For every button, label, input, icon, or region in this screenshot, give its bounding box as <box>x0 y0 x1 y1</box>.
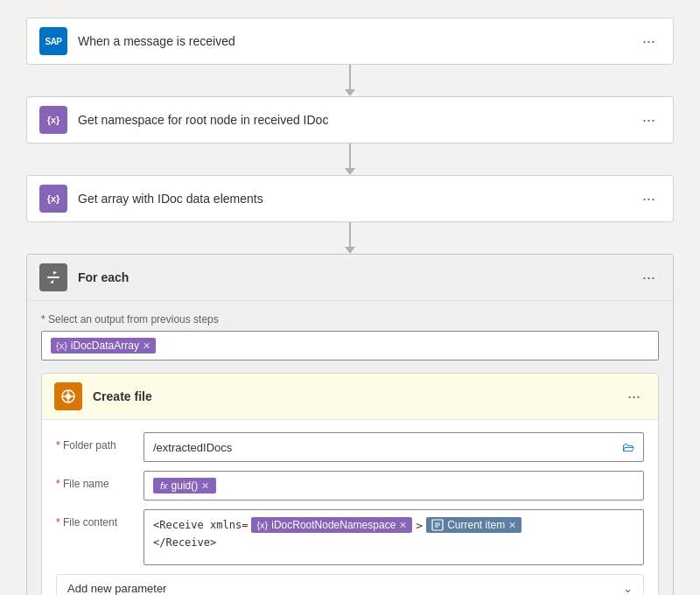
expr-tag-close[interactable]: ✕ <box>399 520 407 531</box>
add-param-label: Add new parameter <box>67 582 166 595</box>
step2-label: Get namespace for root node in received … <box>78 113 637 127</box>
file-name-label-text: File name <box>63 478 109 490</box>
file-content-label: * File content <box>56 509 135 528</box>
content-suffix: </Receive> <box>153 536 216 549</box>
content-required: * <box>56 516 60 528</box>
file-name-input[interactable]: fx guid() ✕ <box>144 471 644 500</box>
folder-path-label: * Folder path <box>56 432 135 452</box>
folder-path-input[interactable]: /extractedIDocs 🗁 <box>144 432 644 462</box>
expr-tag-namespace[interactable]: {x} iDocRootNodeNamespace ✕ <box>251 517 412 533</box>
folder-path-label-text: Folder path <box>63 439 116 452</box>
svg-point-2 <box>66 394 71 399</box>
content-arrow: > <box>416 519 423 532</box>
expr-icon-3: {x} <box>39 185 67 213</box>
folder-path-value: /extractedIDocs <box>153 441 622 454</box>
current-item-icon <box>431 519 444 531</box>
loop-icon <box>45 269 62 286</box>
add-param-dropdown[interactable]: Add new parameter ⌄ <box>56 574 644 595</box>
create-file-more-icon[interactable]: ··· <box>622 386 646 408</box>
file-name-label: * File name <box>56 471 135 490</box>
idoc-array-tag[interactable]: {x} iDocDataArray ✕ <box>51 338 156 354</box>
connector-arrow-2 <box>345 168 355 175</box>
content-prefix: <Receive xmlns= <box>153 519 248 531</box>
connector-arrow-3 <box>345 247 355 254</box>
foreach-title: For each <box>78 270 637 284</box>
expr-icon-2: {x} <box>39 106 67 134</box>
content-line-2: </Receive> <box>153 536 634 549</box>
folder-path-row: * Folder path /extractedIDocs 🗁 <box>56 432 644 462</box>
step2-card[interactable]: {x} Get namespace for root node in recei… <box>26 96 674 144</box>
create-file-body: * Folder path /extractedIDocs 🗁 * File n… <box>42 420 658 595</box>
step3-label: Get array with IDoc data elements <box>78 192 637 206</box>
fx-icon: fx <box>160 480 168 491</box>
guid-label: guid() <box>172 480 199 492</box>
step1-label: When a message is received <box>78 34 637 48</box>
create-file-card: Create file ··· * Folder path /extracted… <box>41 373 659 595</box>
foreach-more-icon[interactable]: ··· <box>637 267 661 289</box>
file-icon-svg <box>60 388 77 405</box>
svg-rect-0 <box>47 276 60 278</box>
guid-func-tag[interactable]: fx guid() ✕ <box>153 478 216 494</box>
flow-container: SAP When a message is received ··· {x} G… <box>26 18 674 595</box>
foreach-block: For each ··· * Select an output from pre… <box>26 254 674 595</box>
step1-card[interactable]: SAP When a message is received ··· <box>26 18 674 65</box>
select-output-label: * Select an output from previous steps <box>41 313 659 326</box>
chevron-down-icon: ⌄ <box>623 582 633 595</box>
file-content-label-text: File content <box>63 516 117 528</box>
func-tag-close[interactable]: ✕ <box>201 480 209 492</box>
step3-card[interactable]: {x} Get array with IDoc data elements ··… <box>26 175 674 222</box>
content-line-1: <Receive xmlns= {x} iDocRootNodeNamespac… <box>153 517 634 533</box>
file-icon <box>54 382 82 410</box>
sap-icon: SAP <box>39 27 67 55</box>
filename-required: * <box>56 478 60 490</box>
tag-expr-icon: {x} <box>56 340 67 351</box>
connector-2 <box>345 144 355 175</box>
select-output-field[interactable]: {x} iDocDataArray ✕ <box>41 331 659 360</box>
connector-3 <box>345 222 355 254</box>
current-item-tag[interactable]: Current item ✕ <box>426 517 522 533</box>
foreach-body: * Select an output from previous steps {… <box>27 301 673 595</box>
file-content-row: * File content <Receive xmlns= {x} iDocR… <box>56 509 644 565</box>
foreach-icon <box>39 263 67 291</box>
create-file-header[interactable]: Create file ··· <box>42 374 658 420</box>
step3-more-icon[interactable]: ··· <box>637 188 661 210</box>
connector-line <box>349 65 351 89</box>
create-file-title: Create file <box>93 389 622 403</box>
folder-required: * <box>56 439 60 452</box>
step2-more-icon[interactable]: ··· <box>637 109 661 131</box>
connector-arrow <box>345 89 355 96</box>
foreach-header[interactable]: For each ··· <box>27 255 673 301</box>
connector-line-3 <box>349 222 351 247</box>
tag-close-btn[interactable]: ✕ <box>143 340 150 352</box>
connector-line-2 <box>349 144 351 168</box>
file-name-row: * File name fx guid() ✕ <box>56 471 644 500</box>
current-item-close[interactable]: ✕ <box>508 520 516 531</box>
current-item-label: Current item <box>447 519 505 531</box>
expr-tag-label: iDocRootNodeNamespace <box>271 519 396 531</box>
tag-label: iDocDataArray <box>71 340 139 352</box>
connector-1 <box>345 65 355 96</box>
expr-tag-icon: {x} <box>256 520 268 530</box>
file-content-input[interactable]: <Receive xmlns= {x} iDocRootNodeNamespac… <box>144 509 644 565</box>
folder-browse-icon[interactable]: 🗁 <box>622 440 634 454</box>
step1-more-icon[interactable]: ··· <box>637 31 661 52</box>
